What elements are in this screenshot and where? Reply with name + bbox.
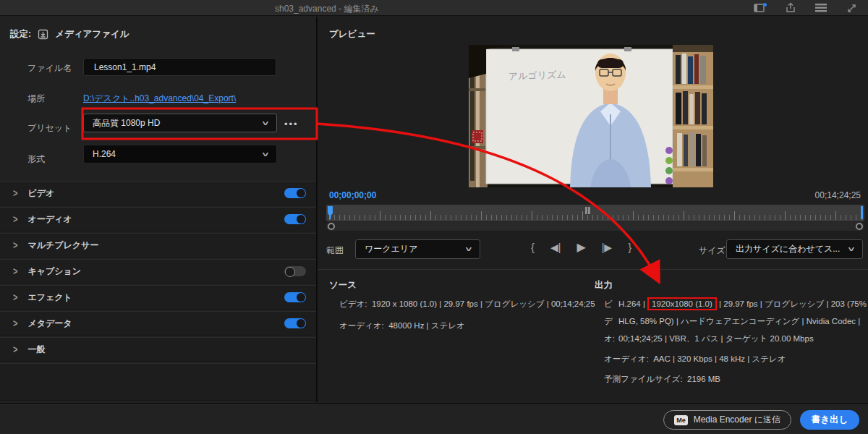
menu-icon[interactable] — [814, 2, 827, 14]
summary-divider — [318, 269, 868, 270]
chevron-right-icon: > — [13, 187, 17, 199]
whiteboard-text: アルゴリズム — [509, 69, 566, 82]
step-back-button[interactable]: ◀| — [550, 242, 561, 253]
location-link[interactable]: D:\デスクト..h03_advanced\04_Export\ — [83, 93, 236, 105]
timeline-scrubber[interactable] — [326, 205, 864, 221]
range-handle-left[interactable] — [328, 223, 335, 230]
video-toggle[interactable] — [284, 188, 306, 198]
chevron-down-icon: > — [463, 247, 474, 252]
preset-more-button[interactable]: ••• — [284, 119, 299, 129]
timeline-major-ticks — [329, 211, 861, 220]
workspace-icon[interactable] — [754, 2, 767, 14]
transport-row: 範囲 ワークエリア > { ◀| ▶ |▶ } サイズ 出力サイズに合わせてス.… — [318, 239, 868, 262]
timeline-mid-marker — [585, 207, 590, 214]
settings-panel: 設定: メディアファイル ファイル名 場所 D:\デスクト..h03_advan… — [0, 17, 316, 402]
output-filesize-line: 予測ファイルサイズ: 2196 MB — [604, 374, 720, 385]
current-timecode[interactable]: 00;00;00;00 — [329, 190, 376, 200]
output-video-line2: HLG, 58% PQ) | ハードウェアエンコーディング | Nvidia C… — [618, 312, 867, 330]
chevron-right-icon: > — [13, 265, 17, 277]
section-audio[interactable]: > オーディオ — [0, 207, 316, 231]
chevron-right-icon: > — [13, 213, 17, 225]
section-general[interactable]: > 一般 — [0, 337, 316, 362]
output-title: 出力 — [595, 279, 613, 292]
footer-bar: Me Media Encoder に送信 書き出し — [0, 403, 868, 434]
chevron-right-icon: > — [13, 318, 17, 329]
share-icon[interactable] — [784, 2, 797, 14]
filename-label: ファイル名 — [27, 62, 72, 75]
preview-title: プレビュー — [329, 28, 375, 41]
effects-toggle[interactable] — [284, 292, 306, 302]
section-empty — [0, 363, 316, 401]
chevron-down-icon: > — [846, 247, 856, 252]
format-value: H.264 — [93, 149, 116, 159]
chevron-down-icon: > — [260, 121, 271, 125]
range-value: ワークエリア — [365, 243, 417, 255]
media-file-tab[interactable]: メディアファイル — [55, 28, 129, 41]
audio-toggle[interactable] — [284, 214, 306, 224]
title-bar: sh03_advanced - 編集済み — [0, 0, 868, 16]
metadata-toggle[interactable] — [284, 318, 306, 328]
section-multiplexer[interactable]: > マルチプレクサー — [0, 233, 316, 258]
output-video-line3: 00;14;24;25 | VBR、1 パス | ターゲット 20.00 Mbp… — [618, 330, 867, 347]
chevron-down-icon: > — [260, 152, 271, 156]
format-label: 形式 — [27, 153, 45, 166]
size-dropdown[interactable]: 出力サイズに合わせてス... > — [726, 239, 863, 259]
chevron-right-icon: > — [13, 292, 17, 303]
preset-dropdown[interactable]: 高品質 1080p HD > — [83, 114, 277, 132]
source-video-line: ビデオ: 1920 x 1080 (1.0) | 29.97 fps | プログ… — [339, 299, 595, 310]
media-encoder-icon: Me — [674, 415, 688, 425]
chevron-right-icon: > — [13, 239, 17, 251]
output-resolution: 1920x1080 (1.0) — [647, 297, 717, 310]
location-label: 場所 — [27, 93, 45, 105]
mark-out-button[interactable]: } — [628, 241, 631, 253]
source-audio-line: オーディオ: 48000 Hz | ステレオ — [339, 320, 465, 331]
filename-input[interactable] — [83, 58, 276, 76]
output-video-summary: ビ デ オ: H.264 | 1920x1080 (1.0) | 29.97 f… — [604, 295, 867, 347]
source-title: ソース — [329, 279, 357, 292]
out-point-marker[interactable] — [861, 206, 863, 219]
export-dialog: sh03_advanced - 編集済み 設定: メディアファイル — [0, 0, 868, 434]
timeline-scrollbar[interactable] — [326, 222, 864, 231]
preview-panel: プレビュー アルゴリズム — [318, 17, 868, 402]
mark-in-button[interactable]: { — [531, 241, 535, 253]
export-button[interactable]: 書き出し — [800, 410, 859, 430]
fullscreen-icon[interactable] — [845, 2, 858, 14]
captions-toggle[interactable] — [284, 266, 306, 276]
window-title: sh03_advanced - 編集済み — [275, 3, 379, 15]
media-file-icon — [38, 29, 48, 40]
range-label: 範囲 — [326, 244, 344, 257]
section-metadata[interactable]: > メタデータ — [0, 311, 316, 336]
output-video-line1: H.264 | 1920x1080 (1.0) | 29.97 fps | プロ… — [618, 295, 867, 312]
chevron-right-icon: > — [13, 344, 17, 355]
preview-video-frame: アルゴリズム — [469, 45, 713, 187]
duration-timecode: 00;14;24;25 — [815, 190, 861, 200]
size-value: 出力サイズに合わせてス... — [736, 243, 840, 255]
settings-header: 設定: — [10, 28, 31, 41]
preset-label: プリセット — [27, 122, 72, 135]
size-label: サイズ — [699, 244, 726, 257]
format-dropdown[interactable]: H.264 > — [83, 145, 277, 163]
section-effects[interactable]: > エフェクト — [0, 285, 316, 310]
send-to-media-encoder-button[interactable]: Me Media Encoder に送信 — [663, 410, 791, 430]
play-button[interactable]: ▶ — [576, 240, 585, 254]
preset-value: 高品質 1080p HD — [93, 117, 160, 129]
range-dropdown[interactable]: ワークエリア > — [355, 239, 480, 259]
range-handle-right[interactable] — [856, 223, 863, 230]
playhead[interactable] — [328, 206, 333, 219]
output-audio-line: オーディオ: AAC | 320 Kbps | 48 kHz | ステレオ — [604, 354, 786, 365]
section-video[interactable]: > ビデオ — [0, 181, 316, 205]
section-captions[interactable]: > キャプション — [0, 259, 316, 284]
step-forward-button[interactable]: |▶ — [602, 242, 612, 253]
